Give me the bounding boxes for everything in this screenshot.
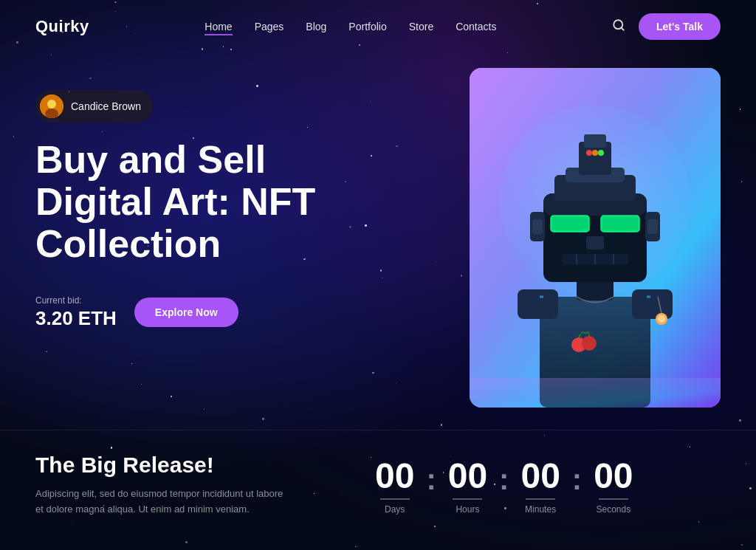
logo[interactable]: Quirky [35, 17, 89, 36]
svg-line-1 [621, 27, 623, 30]
author-name: Candice Brown [71, 100, 141, 112]
hours-label: Hours [456, 504, 479, 515]
svg-rect-26 [586, 236, 604, 250]
nav-link-portfolio[interactable]: Portfolio [348, 21, 386, 32]
seconds-line [599, 498, 628, 500]
bottom-section: The Big Release! Adipiscing elit, sed do… [0, 430, 756, 518]
countdown-seconds: 00 Seconds [594, 458, 633, 515]
countdown-days: 00 Days [375, 458, 414, 515]
svg-rect-24 [602, 217, 638, 230]
days-line [380, 498, 410, 500]
seconds-label: Seconds [597, 504, 631, 515]
bid-info: Current bid: 3.20 ETH [35, 295, 117, 330]
hours-value: 00 [448, 458, 487, 494]
days-label: Days [385, 504, 405, 515]
release-title: The Big Release! [35, 453, 316, 478]
nav-item-contacts[interactable]: Contacts [456, 20, 496, 33]
svg-point-19 [598, 150, 604, 156]
countdown-minutes: 00 Minutes [520, 458, 560, 515]
bid-amount: 3.20 ETH [35, 307, 117, 330]
hero-left: Candice Brown Buy and Sell Digital Art: … [35, 68, 425, 330]
colon-2: : [499, 463, 509, 511]
lets-talk-button[interactable]: Let's Talk [639, 13, 721, 40]
svg-rect-44 [470, 378, 721, 408]
minutes-label: Minutes [525, 504, 556, 515]
nav-item-blog[interactable]: Blog [306, 20, 326, 33]
hours-line [453, 498, 482, 500]
countdown-hours: 00 Hours [448, 458, 487, 515]
nft-card-section [470, 68, 721, 408]
nft-card [470, 68, 721, 408]
minutes-line [526, 498, 555, 500]
svg-point-18 [592, 150, 598, 156]
hero-title: Buy and Sell Digital Art: NFT Collection [35, 139, 368, 266]
main-content: Candice Brown Buy and Sell Digital Art: … [0, 53, 756, 408]
nav-link-contacts[interactable]: Contacts [456, 21, 496, 32]
nav-item-store[interactable]: Store [409, 20, 433, 33]
release-info: The Big Release! Adipiscing elit, sed do… [35, 453, 316, 518]
svg-point-17 [586, 150, 592, 156]
seconds-value: 00 [594, 458, 633, 494]
avatar-image [40, 94, 63, 118]
svg-rect-32 [532, 219, 543, 234]
nav-links: Home Pages Blog Portfolio Store Contacts [205, 20, 496, 33]
svg-point-36 [582, 336, 597, 351]
nft-artwork [470, 68, 721, 408]
colon-1: : [426, 463, 436, 511]
nav-item-pages[interactable]: Pages [255, 20, 284, 33]
avatar [40, 94, 63, 118]
svg-point-38 [658, 315, 665, 323]
author-badge[interactable]: Candice Brown [35, 90, 153, 123]
search-button[interactable] [612, 18, 625, 35]
nav-link-store[interactable]: Store [409, 21, 433, 32]
svg-rect-9 [632, 289, 673, 319]
bid-label: Current bid: [35, 295, 117, 306]
nav-right: Let's Talk [612, 13, 721, 40]
release-description: Adipiscing elit, sed do eiusmod tempor i… [35, 487, 286, 518]
svg-point-3 [47, 100, 56, 109]
days-value: 00 [375, 458, 414, 494]
explore-button[interactable]: Explore Now [134, 298, 238, 327]
colon-3: : [572, 463, 582, 511]
bid-section: Current bid: 3.20 ETH Explore Now [35, 295, 425, 330]
svg-rect-8 [518, 289, 558, 319]
countdown: 00 Days : 00 Hours : 00 Minutes : 00 Sec… [375, 453, 633, 515]
navbar: Quirky Home Pages Blog Portfolio Store C… [0, 0, 756, 53]
nav-item-portfolio[interactable]: Portfolio [348, 20, 386, 33]
nav-link-home[interactable]: Home [205, 21, 232, 35]
svg-rect-21 [552, 217, 588, 230]
minutes-value: 00 [520, 458, 560, 494]
nav-link-blog[interactable]: Blog [306, 21, 326, 32]
nav-item-home[interactable]: Home [205, 20, 232, 33]
svg-rect-16 [584, 134, 606, 148]
nav-link-pages[interactable]: Pages [255, 21, 284, 32]
search-icon [612, 18, 625, 32]
svg-rect-34 [647, 219, 658, 234]
